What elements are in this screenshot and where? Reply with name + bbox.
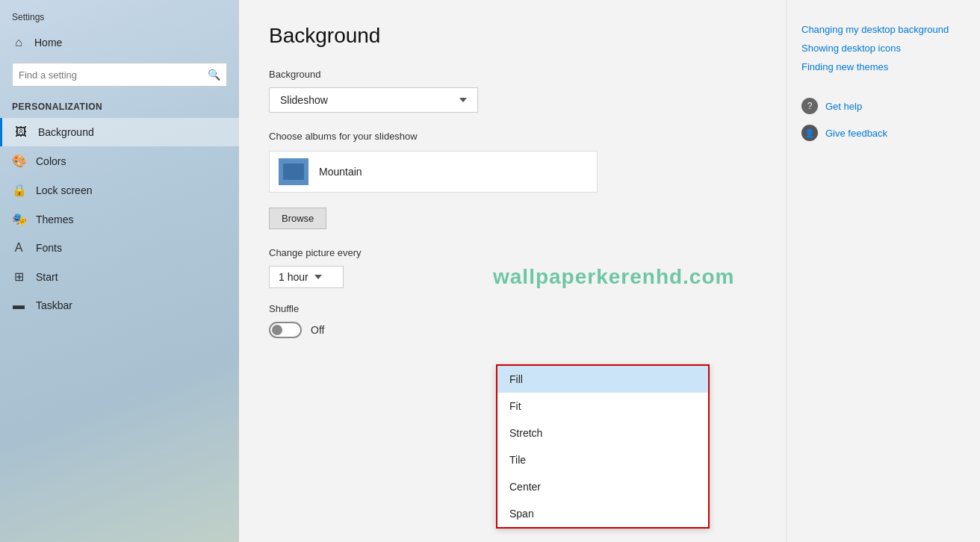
album-thumb-inner: [283, 163, 304, 180]
chevron-down-icon-time: [314, 275, 322, 279]
taskbar-icon: ▬: [12, 299, 25, 312]
shuffle-toggle-row: Off: [269, 322, 756, 338]
background-type-dropdown[interactable]: Slideshow: [269, 87, 478, 113]
sidebar-item-home[interactable]: ⌂ Home: [0, 28, 239, 57]
time-interval-value: 1 hour: [279, 271, 308, 283]
get-help-link[interactable]: Get help: [825, 101, 862, 112]
sidebar-item-lock-screen[interactable]: 🔒 Lock screen: [0, 175, 239, 205]
dropdown-option-fill[interactable]: Fill: [497, 366, 708, 393]
album-name: Mountain: [319, 166, 362, 178]
link-showing-desktop-icons[interactable]: Showing desktop icons: [801, 43, 965, 54]
search-input[interactable]: [19, 69, 208, 81]
sidebar: Settings ⌂ Home 🔍 Personalization 🖼 Back…: [0, 0, 239, 542]
page-title: Background: [269, 24, 756, 48]
dropdown-option-stretch[interactable]: Stretch: [497, 420, 708, 446]
help-item-get-help[interactable]: ? Get help: [801, 98, 965, 114]
watermark: wallpaperkerenhd.com: [493, 265, 734, 289]
nav-label-fonts: Fonts: [36, 242, 62, 254]
background-section-label: Background: [269, 69, 756, 80]
background-type-value: Slideshow: [280, 94, 328, 106]
nav-label-colors: Colors: [36, 155, 66, 167]
sidebar-item-background[interactable]: 🖼 Background: [0, 118, 239, 146]
search-box[interactable]: 🔍: [12, 63, 227, 87]
sidebar-item-themes[interactable]: 🎭 Themes: [0, 205, 239, 234]
toggle-state-label: Off: [311, 324, 324, 336]
browse-button[interactable]: Browse: [269, 208, 326, 229]
app-title: Settings: [0, 0, 239, 28]
nav-label-taskbar: Taskbar: [36, 299, 72, 311]
dropdown-option-span[interactable]: Span: [497, 500, 708, 527]
start-icon: ⊞: [12, 270, 25, 284]
background-icon: 🖼: [14, 125, 28, 139]
give-feedback-link[interactable]: Give feedback: [825, 128, 887, 139]
chevron-down-icon: [459, 98, 467, 102]
change-picture-label: Change picture every: [269, 247, 756, 258]
give-feedback-icon: 👤: [801, 125, 818, 141]
get-help-icon: ?: [801, 98, 818, 114]
sidebar-item-colors[interactable]: 🎨 Colors: [0, 146, 239, 175]
choose-albums-label: Choose albums for your slideshow: [269, 131, 756, 142]
nav-label-lock-screen: Lock screen: [36, 184, 92, 196]
shuffle-toggle[interactable]: [269, 322, 302, 338]
nav-label-start: Start: [36, 271, 58, 283]
toggle-knob: [272, 325, 282, 335]
section-label: Personalization: [0, 93, 239, 118]
sidebar-item-fonts[interactable]: A Fonts: [0, 234, 239, 262]
dropdown-option-fit[interactable]: Fit: [497, 393, 708, 420]
nav-label-themes: Themes: [36, 214, 74, 225]
link-changing-desktop-bg[interactable]: Changing my desktop background: [801, 24, 965, 35]
link-finding-new-themes[interactable]: Finding new themes: [801, 61, 965, 72]
colors-icon: 🎨: [12, 154, 25, 168]
sidebar-item-start[interactable]: ⊞ Start: [0, 262, 239, 291]
help-item-give-feedback[interactable]: 👤 Give feedback: [801, 125, 965, 141]
right-panel: Changing my desktop background Showing d…: [786, 0, 980, 542]
divider: [801, 80, 965, 98]
themes-icon: 🎭: [12, 212, 25, 226]
home-label: Home: [34, 37, 62, 49]
fit-dropdown-overlay: Fill Fit Stretch Tile Center Span: [496, 364, 710, 529]
dropdown-option-center[interactable]: Center: [497, 473, 708, 500]
fonts-icon: A: [12, 241, 25, 255]
dropdown-option-tile[interactable]: Tile: [497, 446, 708, 473]
home-icon: ⌂: [12, 36, 25, 49]
album-item[interactable]: Mountain: [269, 151, 598, 193]
time-interval-dropdown[interactable]: 1 hour: [269, 266, 344, 288]
main-content: Background Background Slideshow Choose a…: [239, 0, 786, 542]
nav-label-background: Background: [38, 126, 94, 138]
shuffle-label: Shuffle: [269, 303, 756, 314]
sidebar-item-taskbar[interactable]: ▬ Taskbar: [0, 291, 239, 320]
lock-screen-icon: 🔒: [12, 183, 25, 197]
search-icon: 🔍: [208, 69, 220, 81]
album-thumbnail: [279, 158, 308, 185]
